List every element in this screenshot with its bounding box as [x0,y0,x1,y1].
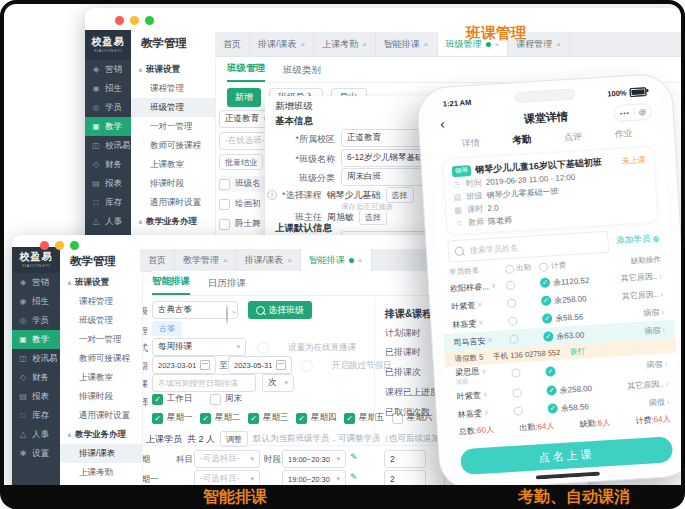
radio-icon[interactable] [539,262,549,272]
home-indicator[interactable] [536,472,600,480]
sidebar-item-students[interactable]: ◎学员 [85,98,131,117]
sidebar-item-messaging[interactable]: ◫校讯易 [12,349,60,368]
menu-item-one-on-one[interactable]: 一对一管理 [60,330,142,349]
menu-item-course-mgmt[interactable]: 课程管理 [60,292,142,311]
subtab-smart-schedule[interactable]: 智能排课 [152,275,190,295]
attend-radio[interactable] [507,298,517,308]
check-circle-icon[interactable]: ✓ [545,366,556,377]
chevron-down-icon[interactable]: ∨ [482,390,488,398]
check-circle-icon[interactable]: ✓ [540,277,551,288]
menu-item-class-mgmt[interactable]: 班级管理 [60,311,142,330]
menu-group-class-settings[interactable]: ∧班课设置 [60,273,142,292]
zoom-window-icon[interactable] [145,16,154,25]
tab-home[interactable]: 首页 [215,32,250,56]
menu-group-teaching-ops[interactable]: ∧教学业务办理 [60,425,142,444]
workday-checkbox[interactable]: ✓工作日 [152,393,193,405]
subtab-calendar-schedule[interactable]: 日历排课 [208,277,246,295]
close-icon[interactable]: × [556,40,561,49]
sidebar-item-messaging[interactable]: ◫校讯易 [85,136,131,155]
row-checkbox[interactable] [219,199,230,210]
monday-checkbox[interactable]: ✓星期一 [152,412,193,424]
menu-item-classrooms[interactable]: 上课教室 [60,368,142,387]
menu-item-teacher-courses[interactable]: 教师可接课程 [131,136,215,155]
menu-group-class-settings[interactable]: ∧班课设置 [131,60,215,79]
row-checkbox[interactable] [219,219,230,230]
attend-radio[interactable] [512,388,522,398]
tab-schedule[interactable]: 排课/课表× [237,249,301,271]
tuesday-checkbox[interactable]: ✓星期二 [200,412,241,424]
lesson-count-input[interactable] [384,490,426,508]
call-link[interactable]: 拨打 [570,346,586,357]
subject-select[interactable]: -可选科目-▾ [194,450,260,468]
sidebar-item-finance[interactable]: ◇财务 [85,155,131,174]
close-icon[interactable]: × [358,256,363,265]
sidebar-item-hr[interactable]: △人事 [85,212,131,231]
table-row[interactable]: 爵士舞 [219,216,265,232]
sidebar-item-teaching[interactable]: ▣教学 [12,330,60,349]
menu-group-teaching-ops[interactable]: ∧教学业务办理 [131,212,215,231]
sidebar-item-admissions[interactable]: ◉招生 [12,292,60,311]
check-circle-icon[interactable]: ✓ [547,403,558,414]
max-unit-select[interactable]: 次▾ [262,374,294,392]
chevron-up-icon[interactable]: ∧ [487,336,493,344]
close-window-icon[interactable] [115,16,124,25]
tab-schedule[interactable]: 排课/课表× [250,32,314,56]
tab-teaching-mgmt[interactable]: 教学管理× [175,249,237,271]
sidebar-item-finance[interactable]: ◇财务 [12,368,60,387]
menu-item-class-mgmt[interactable]: 班级管理 [131,98,215,117]
tab-details[interactable]: 详情 [461,136,480,150]
start-date-picker[interactable]: 2023-03-01 [152,356,216,374]
check-circle-icon[interactable]: ✓ [546,385,557,396]
choose-course-button[interactable]: 选择 [386,187,414,203]
thursday-checkbox[interactable]: ✓星期四 [296,412,337,424]
wednesday-checkbox[interactable]: ✓星期三 [248,412,289,424]
subtab-class-category[interactable]: 班级类别 [283,64,321,82]
attend-radio[interactable] [509,334,519,344]
tab-home[interactable]: 首页 [140,249,175,271]
attend-radio[interactable] [511,368,521,378]
chevron-down-icon[interactable]: ∨ [477,301,483,309]
menu-item-course-mgmt[interactable]: 课程管理 [131,79,215,98]
menu-item-time-slots[interactable]: 排课时段 [131,174,215,193]
menu-item-hour-settings[interactable]: 通用课时设置 [131,193,215,212]
table-row[interactable]: 班级名 [219,176,265,192]
course-tag[interactable]: 古筝 [152,321,182,336]
add-student-button[interactable]: 添加学员⊕ [616,233,660,248]
close-icon[interactable]: × [424,40,429,49]
edit-icon[interactable]: ✎ [350,472,358,482]
chevron-down-icon[interactable]: ∨ [484,408,490,416]
sidebar-item-inventory[interactable]: □库存 [85,193,131,212]
sidebar-item-teaching[interactable]: ▣教学 [85,117,131,136]
close-icon[interactable]: × [287,256,292,265]
sidebar-item-marketing[interactable]: ◈营销 [12,273,60,292]
zoom-window-icon[interactable] [70,241,79,250]
menu-item-teacher-courses[interactable]: 教师可接课程 [60,349,142,368]
sidebar-item-reports[interactable]: ▤报表 [85,174,131,193]
close-window-icon[interactable] [40,241,49,250]
max-lessons-input[interactable] [152,374,256,392]
end-date-picker[interactable]: 2023-05-31 [228,356,292,374]
weekend-checkbox[interactable]: 周末 [210,393,242,405]
sidebar-item-marketing[interactable]: ◈营销 [85,60,131,79]
edit-icon[interactable]: ✎ [350,452,358,462]
tab-homework[interactable]: 作业 [614,127,633,141]
sidebar-item-inventory[interactable]: □库存 [12,406,60,425]
target-icon[interactable]: ◎ [638,107,646,116]
table-row[interactable]: 绘画初 [219,196,265,212]
check-circle-icon[interactable]: ✓ [542,313,553,324]
sidebar-item-settings[interactable]: ✱设置 [12,444,60,463]
menu-item-classrooms[interactable]: 上课教室 [131,155,215,174]
close-icon[interactable]: × [223,256,228,265]
tab-attendance[interactable]: 上课考勤× [314,32,376,56]
more-icon[interactable]: ••• [620,109,630,117]
time-select[interactable]: 19:00~20:30▾ [282,470,346,488]
menu-item-hour-settings[interactable]: 通用课时设置 [60,406,142,425]
sidebar-item-reports[interactable]: ▤报表 [12,387,60,406]
menu-item-one-on-one[interactable]: 一对一管理 [131,117,215,136]
add-button[interactable]: 新增 [227,88,261,107]
sidebar-item-hr[interactable]: △人事 [12,425,60,444]
menu-item-time-slots[interactable]: 排课时段 [60,387,142,406]
chevron-down-icon[interactable]: ∨ [491,282,497,290]
lesson-count-input[interactable] [384,450,426,468]
subject-select[interactable]: -可选科目-▾ [194,470,260,488]
